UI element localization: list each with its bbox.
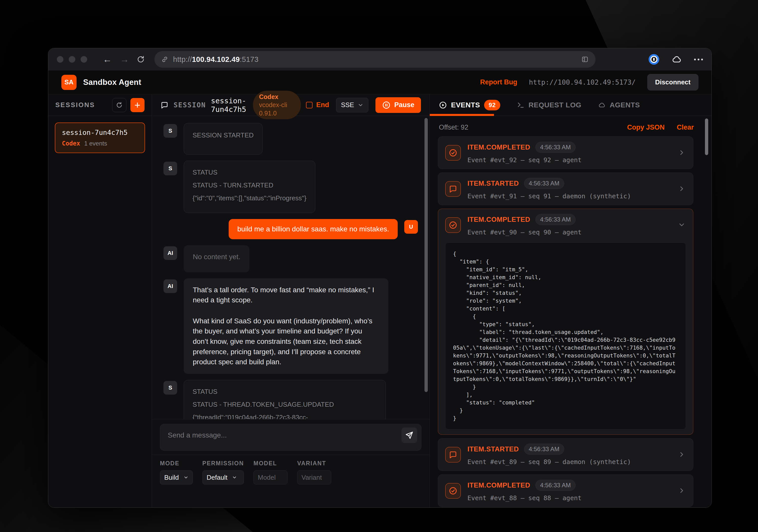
- event-time: 4:56:33 AM: [535, 214, 575, 225]
- message-input[interactable]: [160, 424, 421, 450]
- tab-agents[interactable]: AGENTS: [598, 101, 640, 109]
- new-session-button[interactable]: +: [130, 98, 145, 112]
- end-session-toggle[interactable]: End: [306, 101, 329, 109]
- message-bubble: No content yet.: [184, 245, 249, 272]
- password-manager-icon[interactable]: [649, 54, 659, 65]
- session-id-title: session-7un4c7h5: [211, 96, 248, 114]
- end-checkbox[interactable]: [306, 102, 313, 108]
- browser-window: ← → http://100.94.102.49:5173 SA Sandbox…: [48, 48, 712, 508]
- system-avatar: S: [163, 124, 177, 138]
- event-time: 4:56:33 AM: [524, 178, 564, 189]
- message-list[interactable]: S SESSION STARTED S STATUS STATUS - TURN…: [152, 116, 430, 419]
- events-offset: Offset: 92: [439, 123, 468, 131]
- server-url: http://100.94.102.49:5173/: [529, 78, 636, 86]
- event-type: ITEM.COMPLETED: [467, 216, 530, 223]
- events-scrollbar[interactable]: [705, 118, 708, 155]
- event-meta: Event #evt_90 — seq 90 — agent: [467, 229, 582, 236]
- events-panel: EVENTS 92 REQUEST LOG AGENTS Offset: 92 …: [430, 94, 711, 508]
- event-type: ITEM.STARTED: [467, 180, 519, 187]
- event-type: ITEM.COMPLETED: [467, 482, 530, 489]
- user-message: build me a billion dollar saas. make no …: [163, 219, 418, 239]
- event-card[interactable]: ITEM.COMPLETED 4:56:33 AM Event #evt_92 …: [438, 136, 693, 169]
- terminal-icon: [517, 101, 525, 109]
- minimize-window-button[interactable]: [69, 56, 75, 63]
- session-id: session-7un4c7h5: [62, 129, 138, 136]
- variant-label: VARIANT: [297, 460, 331, 467]
- reload-button[interactable]: [137, 55, 145, 63]
- pause-button[interactable]: Pause: [375, 97, 421, 113]
- chevron-down-icon: [232, 475, 237, 480]
- chevron-right-icon: [678, 487, 685, 495]
- refresh-sessions-button[interactable]: [112, 98, 126, 112]
- chevron-right-icon: [678, 149, 685, 157]
- composer-area: [152, 419, 430, 455]
- page-settings-icon[interactable]: [581, 55, 589, 63]
- variant-input[interactable]: [301, 474, 327, 482]
- sessions-title: SESSIONS: [55, 101, 95, 109]
- chat-header: SESSION session-7un4c7h5 Codex vcodex-cl…: [152, 94, 430, 116]
- active-tab-indicator: [430, 114, 494, 116]
- item-completed-icon: [445, 145, 461, 161]
- end-label: End: [316, 101, 329, 109]
- ai-avatar: AI: [163, 246, 177, 260]
- mode-label: MODE: [160, 460, 193, 467]
- more-menu-icon[interactable]: [694, 59, 703, 60]
- system-avatar: S: [163, 381, 177, 395]
- link-icon: [161, 55, 168, 63]
- stream-mode-select[interactable]: SSE: [336, 98, 368, 113]
- address-bar[interactable]: http://100.94.102.49:5173: [155, 51, 596, 68]
- window-controls: [57, 56, 87, 63]
- sessions-sidebar: SESSIONS + session-7un4c7h5 Codex 1 even…: [48, 94, 152, 508]
- message-bubble: STATUS STATUS - THREAD.TOKEN_USAGE.UPDAT…: [184, 380, 386, 419]
- item-started-icon: [445, 181, 461, 197]
- system-message: S SESSION STARTED: [163, 123, 418, 154]
- forward-button[interactable]: →: [116, 55, 133, 64]
- back-button[interactable]: ←: [99, 55, 116, 64]
- disconnect-button[interactable]: Disconnect: [647, 74, 698, 90]
- events-toolbar: Offset: 92 Copy JSON Clear: [430, 116, 711, 136]
- chat-scrollbar[interactable]: [425, 118, 428, 392]
- cloud-icon: [598, 101, 606, 109]
- chat-panel: SESSION session-7un4c7h5 Codex vcodex-cl…: [152, 94, 430, 508]
- report-bug-link[interactable]: Report Bug: [480, 78, 517, 86]
- app-header: SA Sandbox Agent Report Bug http://100.9…: [48, 71, 711, 94]
- close-window-button[interactable]: [57, 56, 63, 63]
- session-agent: Codex: [62, 140, 80, 147]
- item-started-icon: [445, 447, 461, 463]
- play-circle-icon: [439, 101, 447, 109]
- events-list[interactable]: ITEM.COMPLETED 4:56:33 AM Event #evt_92 …: [430, 136, 711, 508]
- message-bubble: SESSION STARTED: [184, 123, 262, 154]
- address-url: http://100.94.102.49:5173: [173, 55, 258, 64]
- event-card-expanded[interactable]: ITEM.COMPLETED 4:56:33 AM Event #evt_90 …: [438, 209, 693, 435]
- app-title: Sandbox Agent: [83, 78, 141, 87]
- zoom-window-button[interactable]: [81, 56, 87, 63]
- events-count-badge: 92: [484, 100, 500, 110]
- tab-request-log[interactable]: REQUEST LOG: [517, 101, 581, 109]
- system-message: S STATUS STATUS - TURN.STARTED {"id":"0"…: [163, 161, 418, 213]
- event-card[interactable]: ITEM.STARTED 4:56:33 AM Event #evt_91 — …: [438, 173, 693, 205]
- event-meta: Event #evt_89 — seq 89 — daemon (synthet…: [467, 458, 631, 466]
- session-list-item[interactable]: session-7un4c7h5 Codex 1 events: [55, 122, 145, 153]
- browser-chrome: ← → http://100.94.102.49:5173: [48, 48, 711, 71]
- clear-events-button[interactable]: Clear: [677, 123, 694, 131]
- model-input[interactable]: [258, 474, 283, 482]
- user-avatar: U: [404, 220, 418, 234]
- event-time: 4:56:33 AM: [524, 444, 564, 455]
- event-card[interactable]: ITEM.COMPLETED 4:56:33 AM Event #evt_88 …: [438, 474, 693, 507]
- model-label: MODEL: [254, 460, 288, 467]
- send-button[interactable]: [401, 427, 417, 443]
- app-logo: SA: [61, 75, 77, 90]
- permission-label: PERMISSION: [202, 460, 244, 467]
- mode-select[interactable]: Build: [160, 470, 193, 484]
- copy-json-button[interactable]: Copy JSON: [627, 123, 665, 131]
- ai-message: AI That’s a tall order. To move fast and…: [163, 279, 418, 374]
- cloud-icon[interactable]: [671, 54, 682, 65]
- event-meta: Event #evt_88 — seq 88 — agent: [467, 494, 582, 502]
- chevron-right-icon: [678, 185, 685, 193]
- chevron-down-icon: [184, 475, 189, 480]
- permission-select[interactable]: Default: [202, 470, 244, 484]
- events-tabs: EVENTS 92 REQUEST LOG AGENTS: [430, 94, 711, 116]
- tab-events[interactable]: EVENTS 92: [439, 100, 500, 110]
- send-icon: [405, 431, 414, 440]
- event-card[interactable]: ITEM.STARTED 4:56:33 AM Event #evt_89 — …: [438, 438, 693, 471]
